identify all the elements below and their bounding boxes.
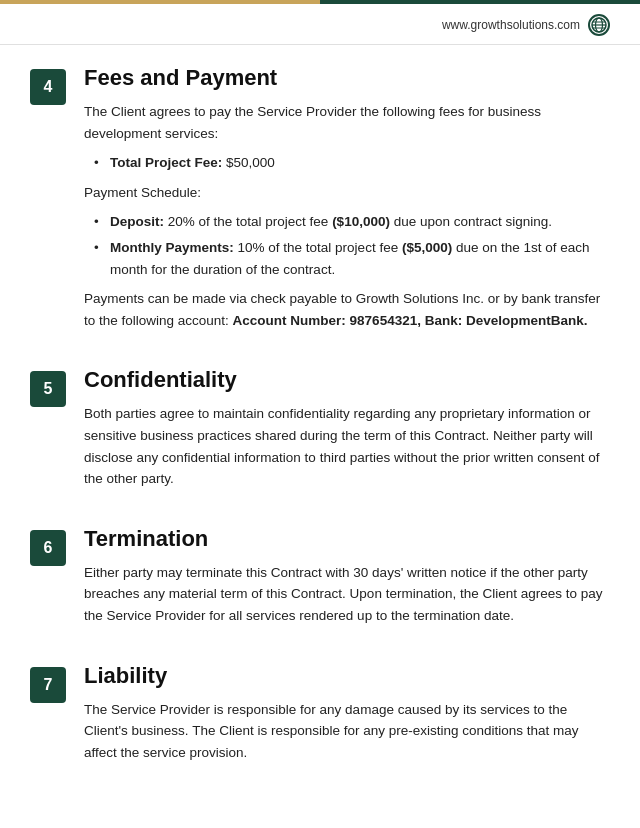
section-6: 6 Termination Either party may terminate… xyxy=(30,526,610,635)
section-6-number: 6 xyxy=(30,530,66,566)
total-fee-value: $50,000 xyxy=(226,155,275,170)
monthly-text: 10% of the total project fee xyxy=(238,240,402,255)
section-6-text: Either party may terminate this Contract… xyxy=(84,562,610,627)
deposit-rest: due upon contract signing. xyxy=(394,214,552,229)
main-content: 4 Fees and Payment The Client agrees to … xyxy=(0,45,640,828)
section-7: 7 Liability The Service Provider is resp… xyxy=(30,663,610,772)
section-5: 5 Confidentiality Both parties agree to … xyxy=(30,367,610,497)
section-4-title: Fees and Payment xyxy=(84,65,610,91)
section-4-body: Fees and Payment The Client agrees to pa… xyxy=(84,65,610,339)
globe-icon xyxy=(588,14,610,36)
section-5-number: 5 xyxy=(30,371,66,407)
total-fee-item: Total Project Fee: $50,000 xyxy=(94,152,610,174)
deposit-label: Deposit: xyxy=(110,214,164,229)
section-4-bullets2: Deposit: 20% of the total project fee ($… xyxy=(94,211,610,280)
section-5-text: Both parties agree to maintain confident… xyxy=(84,403,610,489)
header: www.growthsolutions.com xyxy=(0,4,640,45)
section-6-body: Termination Either party may terminate t… xyxy=(84,526,610,635)
section-6-title: Termination xyxy=(84,526,610,552)
section-7-body: Liability The Service Provider is respon… xyxy=(84,663,610,772)
section-7-text: The Service Provider is responsible for … xyxy=(84,699,610,764)
section-4: 4 Fees and Payment The Client agrees to … xyxy=(30,65,610,339)
payment-schedule-label: Payment Schedule: xyxy=(84,182,610,204)
section-4-bullets1: Total Project Fee: $50,000 xyxy=(94,152,610,174)
section-4-footer: Payments can be made via check payable t… xyxy=(84,288,610,331)
website-url: www.growthsolutions.com xyxy=(442,18,580,32)
section-7-title: Liability xyxy=(84,663,610,689)
account-info: Account Number: 987654321, Bank: Develop… xyxy=(233,313,588,328)
section-5-title: Confidentiality xyxy=(84,367,610,393)
section-5-body: Confidentiality Both parties agree to ma… xyxy=(84,367,610,497)
deposit-amount: ($10,000) xyxy=(332,214,390,229)
monthly-amount: ($5,000) xyxy=(402,240,452,255)
monthly-label: Monthly Payments: xyxy=(110,240,234,255)
monthly-item: Monthly Payments: 10% of the total proje… xyxy=(94,237,610,280)
deposit-text: 20% of the total project fee xyxy=(168,214,332,229)
section-4-intro: The Client agrees to pay the Service Pro… xyxy=(84,101,610,144)
deposit-item: Deposit: 20% of the total project fee ($… xyxy=(94,211,610,233)
section-7-number: 7 xyxy=(30,667,66,703)
section-4-number: 4 xyxy=(30,69,66,105)
total-fee-label: Total Project Fee: xyxy=(110,155,222,170)
